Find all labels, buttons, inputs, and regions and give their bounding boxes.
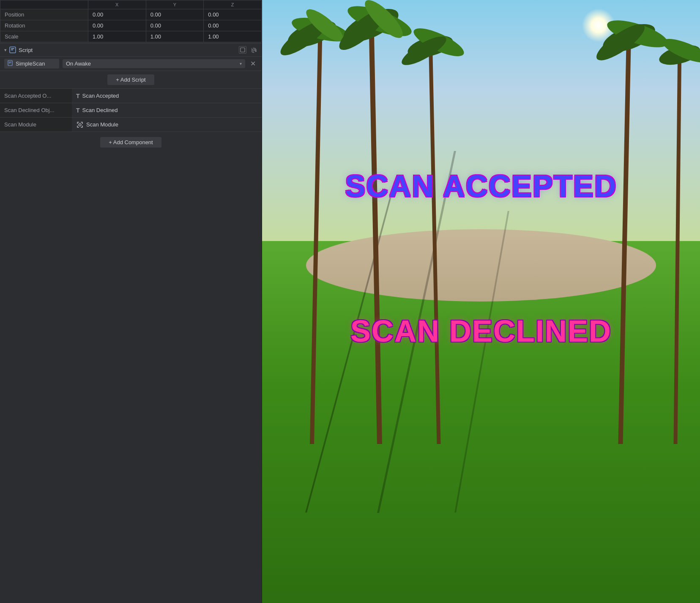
svg-rect-1 [11,48,14,49]
svg-point-24 [345,0,415,42]
rotation-z[interactable]: 0.00 [204,20,262,31]
script-section-label: Script [19,47,33,53]
scan-declined-overlay-text: SCAN DECLINED [350,314,612,348]
script-trigger-select[interactable]: On Awake ▾ [63,59,245,68]
right-panel: SCAN ACCEPTED SCAN DECLINED [262,0,700,603]
scan-module-icon [76,121,84,129]
scan-accepted-value: Scan Accepted [82,93,119,99]
script-settings-icon[interactable] [250,46,257,54]
transform-table: X Y Z Position 0.00 0.00 0.00 Rotation 0… [0,0,262,42]
script-section: ▾ Script [0,43,262,132]
position-row: Position 0.00 0.00 0.00 [0,9,262,20]
remove-script-button[interactable]: ✕ [249,60,257,68]
script-name-badge[interactable]: SimpleScan [4,59,59,69]
scan-module-value: Scan Module [86,121,118,128]
col-header-y: Y [146,0,204,9]
svg-point-37 [660,34,700,67]
script-row: SimpleScan On Awake ▾ ✕ [0,57,262,71]
scale-row: Scale 1.00 1.00 1.00 [0,31,262,42]
script-file-icon [8,60,14,67]
position-z[interactable]: 0.00 [204,9,262,20]
script-name-text: SimpleScan [16,60,45,67]
prop-value-scan-module[interactable]: Scan Module [72,118,262,131]
text-type-icon-2: T [76,107,80,114]
scan-accepted-overlay-text: SCAN ACCEPTED [345,169,617,203]
svg-rect-2 [11,49,13,50]
prop-value-scan-accepted[interactable]: T Scan Accepted [72,90,262,102]
text-type-icon: T [76,93,80,99]
svg-rect-14 [82,126,83,127]
rotation-label: Rotation [0,20,88,31]
svg-point-36 [657,41,700,69]
svg-rect-11 [77,123,78,124]
script-header-icons [239,46,257,54]
svg-rect-6 [9,63,11,63]
svg-rect-8 [81,122,83,123]
prop-label-scan-module: Scan Module [0,118,72,132]
svg-rect-5 [9,62,11,62]
svg-point-20 [276,15,331,60]
svg-point-25 [334,3,391,56]
svg-point-19 [290,13,352,47]
svg-point-28 [405,32,455,62]
preview-background: SCAN ACCEPTED SCAN DECLINED [262,0,700,603]
svg-point-30 [398,31,450,70]
col-header-x: X [88,0,146,9]
collapse-chevron-icon[interactable]: ▾ [4,47,7,53]
prop-label-scan-accepted: Scan Accepted O... [0,89,72,103]
svg-point-26 [360,0,407,43]
rotation-y[interactable]: 0.00 [146,20,204,31]
script-checkbox-icon[interactable] [239,46,246,54]
svg-rect-7 [77,122,79,123]
trigger-chevron-icon: ▾ [240,61,242,66]
svg-rect-9 [77,127,79,128]
rotation-row: Rotation 0.00 0.00 0.00 [0,20,262,31]
script-header-left: ▾ Script [4,47,236,53]
add-script-button[interactable]: + Add Script [107,74,154,85]
position-label: Position [0,9,88,20]
rotation-x[interactable]: 0.00 [88,20,146,31]
add-component-button[interactable]: + Add Component [100,137,161,148]
scale-y[interactable]: 1.00 [146,31,204,42]
scale-z[interactable]: 1.00 [204,31,262,42]
add-script-row: + Add Script [0,71,262,89]
svg-point-21 [302,5,347,46]
svg-rect-10 [81,127,83,128]
svg-point-23 [339,2,403,49]
prop-row-scan-declined: Scan Declined Obj... T Scan Declined [0,103,262,118]
position-x[interactable]: 0.00 [88,9,146,20]
svg-point-18 [284,15,339,52]
svg-rect-12 [77,126,78,127]
prop-label-scan-declined: Scan Declined Obj... [0,103,72,117]
svg-rect-13 [82,123,83,124]
svg-rect-3 [241,48,245,52]
add-component-row: + Add Component [0,132,262,153]
prop-value-scan-declined[interactable]: T Scan Declined [72,104,262,116]
prop-row-scan-module: Scan Module Sca [0,118,262,132]
left-panel: X Y Z Position 0.00 0.00 0.00 Rotation 0… [0,0,262,603]
script-header: ▾ Script [0,44,262,57]
col-header-z: Z [204,0,262,9]
scan-declined-value: Scan Declined [82,107,118,113]
path-area [306,229,656,302]
prop-row-scan-accepted: Scan Accepted O... T Scan Accepted [0,89,262,103]
col-header-label [0,0,88,9]
position-y[interactable]: 0.00 [146,9,204,20]
sun-decoration [582,8,615,42]
svg-point-16 [79,124,80,125]
trigger-text: On Awake [66,60,238,67]
script-component-icon [9,47,16,53]
scale-label: Scale [0,31,88,42]
svg-point-29 [410,23,468,61]
scale-x[interactable]: 1.00 [88,31,146,42]
